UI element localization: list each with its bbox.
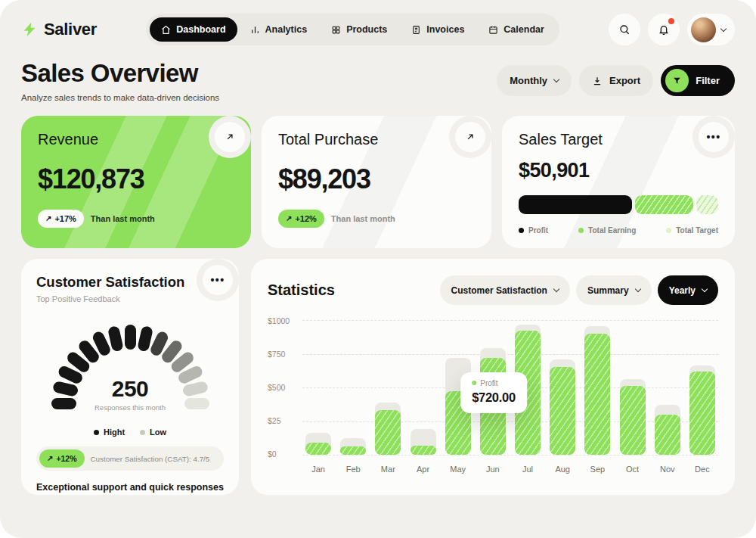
y-tick-label: $1000 xyxy=(268,316,299,325)
notification-dot xyxy=(668,18,674,24)
nav-item-analytics[interactable]: Analytics xyxy=(239,17,319,42)
statistics-header: Statistics Customer Satisfaction Summary… xyxy=(268,275,718,305)
customer-satisfaction-card: ••• Customer Satisfaction Top Positive F… xyxy=(21,259,239,495)
metric-dropdown[interactable]: Customer Satisfaction xyxy=(440,275,570,305)
csat-change-value: +12% xyxy=(56,454,76,463)
y-axis: $1000$750$500$25$0 xyxy=(268,320,302,455)
nav-label: Dashboard xyxy=(176,24,225,35)
total-purchase-change-value: +12% xyxy=(295,214,316,223)
x-tick-sep: Sep xyxy=(584,465,610,474)
bar-fill-jan[interactable] xyxy=(305,443,331,455)
notifications-button[interactable] xyxy=(648,14,680,45)
export-button[interactable]: Export xyxy=(579,65,653,96)
tooltip-label-row: Profit xyxy=(472,379,516,387)
customer-satisfaction-subtitle: Top Positive Feedback xyxy=(36,294,224,303)
legend-item-low: Low xyxy=(140,428,166,437)
bar-column-dec[interactable] xyxy=(689,320,715,455)
home-icon xyxy=(161,25,171,35)
summary-dropdown[interactable]: Summary xyxy=(576,275,652,305)
total-purchase-change-row: ↗ +12% Than last month xyxy=(278,210,475,228)
user-menu[interactable] xyxy=(687,14,735,45)
bar-column-feb[interactable] xyxy=(340,320,366,455)
metric-dropdown-label: Customer Satisfaction xyxy=(451,285,547,296)
x-tick-mar: Mar xyxy=(375,465,401,474)
bolt-logo-icon xyxy=(21,21,38,38)
bar-fill-dec[interactable] xyxy=(689,372,715,455)
tooltip-label: Profit xyxy=(480,379,497,387)
bar-fill-apr[interactable] xyxy=(411,446,436,455)
total-purchase-change-badge: ↗ +12% xyxy=(278,210,324,228)
tooltip-value: $720.00 xyxy=(472,390,516,405)
brand-name: Saliver xyxy=(44,20,97,39)
total-purchase-value: $89,203 xyxy=(278,163,475,195)
ellipsis-icon: ••• xyxy=(210,274,225,286)
sales-target-legend: Profit Total Earning Total Target xyxy=(519,226,718,235)
customer-satisfaction-title: Customer Satisfaction xyxy=(36,274,224,291)
y-tick-label: $750 xyxy=(268,350,299,359)
logo[interactable]: Saliver xyxy=(21,20,97,39)
revenue-change-note: Than last month xyxy=(91,214,155,223)
range-dropdown[interactable]: Yearly xyxy=(658,275,718,305)
invoice-icon xyxy=(411,25,421,35)
summary-dropdown-label: Summary xyxy=(587,285,629,296)
period-dropdown[interactable]: Monthly xyxy=(497,65,572,96)
y-tick-label: $25 xyxy=(268,416,299,425)
legend-item-hight: Hight xyxy=(94,428,125,437)
sales-target-menu-button[interactable]: ••• xyxy=(699,122,729,152)
main-nav: Dashboard Analytics Products Invoice xyxy=(146,14,559,45)
total-purchase-expand-button[interactable] xyxy=(455,122,485,152)
legend-item-profit: Profit xyxy=(519,226,548,235)
customer-satisfaction-footer: Exceptional support and quick responses xyxy=(36,482,224,493)
progress-profit xyxy=(519,195,632,214)
x-tick-may: May xyxy=(445,465,471,474)
x-tick-jan: Jan xyxy=(305,465,331,474)
nav-item-calendar[interactable]: Calendar xyxy=(477,17,556,42)
revenue-expand-button[interactable] xyxy=(215,122,245,152)
total-purchase-title: Total Purchase xyxy=(278,131,475,148)
customer-satisfaction-menu-button[interactable]: ••• xyxy=(203,265,233,295)
plot-area: Profit $720.00 xyxy=(302,320,718,455)
bar-fill-feb[interactable] xyxy=(340,446,366,455)
filter-button-label: Filter xyxy=(696,75,720,86)
revenue-change-value: +17% xyxy=(54,214,76,223)
nav-item-products[interactable]: Products xyxy=(320,17,398,42)
revenue-change-badge: ↗ +17% xyxy=(38,210,84,228)
bar-column-oct[interactable] xyxy=(620,320,646,455)
bar-fill-nov[interactable] xyxy=(655,415,680,455)
bar-fill-mar[interactable] xyxy=(375,410,401,455)
legend-label: Low xyxy=(150,428,166,437)
responses-count: 250 xyxy=(36,376,224,402)
target-legend-dot-2 xyxy=(666,228,671,233)
bar-fill-aug[interactable] xyxy=(550,367,575,455)
total-purchase-card: Total Purchase $89,203 ↗ +12% Than last … xyxy=(262,116,491,248)
ellipsis-icon: ••• xyxy=(706,131,720,143)
nav-item-invoices[interactable]: Invoices xyxy=(400,17,476,42)
topbar-right xyxy=(609,14,735,45)
bar-column-jan[interactable] xyxy=(305,320,331,455)
range-dropdown-label: Yearly xyxy=(669,285,696,296)
period-dropdown-label: Monthly xyxy=(510,75,547,86)
gridline xyxy=(302,455,718,456)
search-button[interactable] xyxy=(609,14,640,45)
bar-column-aug[interactable] xyxy=(550,320,575,455)
nav-item-dashboard[interactable]: Dashboard xyxy=(150,17,237,42)
legend-label: Total Target xyxy=(676,226,718,235)
revenue-card: Revenue $120,873 ↗ +17% Than last month xyxy=(21,116,251,248)
y-tick-label: $500 xyxy=(268,383,299,392)
cs-legend-dot-1 xyxy=(140,430,145,435)
filter-button[interactable]: Filter xyxy=(661,65,735,96)
bar-column-mar[interactable] xyxy=(375,320,401,455)
revenue-change-row: ↗ +17% Than last month xyxy=(38,210,234,228)
topbar: Saliver Dashboard Analytics Prod xyxy=(0,0,756,51)
trend-up-icon: ↗ xyxy=(47,455,53,462)
bar-column-nov[interactable] xyxy=(655,320,680,455)
legend-label: Total Earning xyxy=(588,226,636,235)
bell-icon xyxy=(658,23,670,36)
chevron-down-icon xyxy=(553,76,559,82)
bar-column-sep[interactable] xyxy=(584,320,610,455)
x-tick-feb: Feb xyxy=(340,465,366,474)
bar-column-apr[interactable] xyxy=(411,320,436,455)
bar-fill-oct[interactable] xyxy=(620,386,646,455)
csat-pill: ↗ +12% Customer Satisfaction (CSAT): 4.7… xyxy=(36,446,224,471)
bar-fill-sep[interactable] xyxy=(584,334,610,455)
